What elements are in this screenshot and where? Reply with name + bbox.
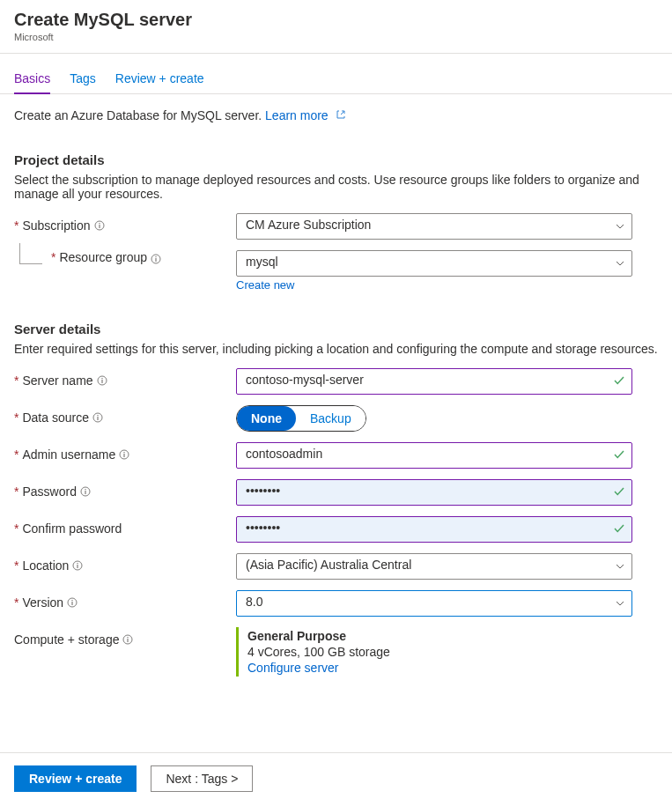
label-confirm-password: * Confirm password [14,516,236,536]
data-source-toggle: None Backup [236,405,366,432]
tab-review-create[interactable]: Review + create [115,66,204,94]
section-desc-server-details: Enter required settings for this server,… [14,342,658,356]
check-icon [613,374,625,389]
compute-tier: General Purpose [247,629,624,643]
info-icon[interactable] [67,597,78,608]
label-resource-group: * Resource group [14,250,236,264]
control-password: •••••••• [236,479,632,506]
row-location: * Location (Asia Pacific) Australia Cent… [14,553,658,580]
tab-basics[interactable]: Basics [14,66,50,94]
required-marker: * [14,447,18,462]
required-marker: * [14,410,18,425]
info-icon[interactable] [119,449,129,460]
intro-text: Create an Azure Database for MySQL serve… [14,94,658,122]
resource-group-select[interactable]: mysql [236,250,632,277]
svg-rect-22 [72,602,73,605]
data-source-backup-button[interactable]: Backup [296,406,366,431]
row-subscription: * Subscription CM Azure Subscription [14,213,658,240]
label-subscription: * Subscription [14,213,236,233]
info-icon[interactable] [80,486,91,497]
info-icon[interactable] [92,412,103,423]
external-link-icon [336,109,346,120]
svg-rect-19 [78,565,78,568]
check-icon [613,448,625,463]
svg-rect-25 [128,639,129,642]
footer-bar: Review + create Next : Tags > [0,752,672,806]
required-marker: * [14,218,18,233]
row-version: * Version 8.0 [14,590,658,617]
row-compute-storage: Compute + storage General Purpose 4 vCor… [14,627,658,677]
server-name-input[interactable]: contoso-mysql-server [236,368,632,395]
tree-connector [19,243,42,264]
row-data-source: * Data source None Backup [14,405,658,432]
label-password: * Password [14,479,236,499]
compute-details: 4 vCores, 100 GB storage [247,645,624,659]
svg-rect-5 [155,256,156,257]
svg-rect-16 [85,491,85,494]
admin-username-input[interactable]: contosoadmin [236,442,632,469]
control-location: (Asia Pacific) Australia Central [236,553,632,580]
control-data-source: None Backup [236,405,632,432]
configure-server-link[interactable]: Configure server [247,661,339,675]
main-content: Create an Azure Database for MySQL serve… [0,94,672,752]
label-compute-storage: Compute + storage [14,627,236,647]
intro-sentence: Create an Azure Database for MySQL serve… [14,108,265,122]
subscription-select[interactable]: CM Azure Subscription [236,213,632,240]
label-admin-username: * Admin username [14,442,236,462]
review-create-button[interactable]: Review + create [14,765,137,792]
compute-summary: General Purpose 4 vCores, 100 GB storage… [236,627,632,677]
svg-rect-10 [97,417,98,420]
page-header: Create MySQL server Microsoft [0,0,672,49]
password-input[interactable]: •••••••• [236,479,632,506]
section-heading-server-details: Server details [14,322,658,336]
svg-rect-20 [78,563,78,564]
row-server-name: * Server name contoso-mysql-server [14,368,658,395]
svg-rect-11 [97,415,98,416]
info-icon[interactable] [122,634,133,645]
data-source-none-button[interactable]: None [237,406,296,431]
row-admin-username: * Admin username contosoadmin [14,442,658,469]
svg-rect-26 [128,637,129,638]
svg-rect-23 [72,600,73,601]
svg-rect-4 [155,258,156,262]
control-compute-storage: General Purpose 4 vCores, 100 GB storage… [236,627,632,677]
next-tags-button[interactable]: Next : Tags > [151,765,253,792]
section-heading-project-details: Project details [14,152,658,167]
confirm-password-input[interactable]: •••••••• [236,516,632,543]
svg-rect-7 [101,380,102,383]
info-icon[interactable] [97,375,107,386]
control-resource-group: mysql Create new [236,250,632,292]
learn-more-link[interactable]: Learn more [265,108,345,122]
create-new-resource-group-link[interactable]: Create new [236,278,294,292]
info-icon[interactable] [94,220,105,231]
control-server-name: contoso-mysql-server [236,368,632,395]
required-marker: * [14,484,18,499]
publisher-name: Microsoft [14,32,658,42]
control-subscription: CM Azure Subscription [236,213,632,240]
required-marker: * [14,595,18,610]
required-marker: * [14,521,18,536]
svg-rect-2 [99,223,100,224]
tab-tags[interactable]: Tags [70,66,96,94]
info-icon[interactable] [151,254,161,264]
tab-bar: Basics Tags Review + create [0,54,672,94]
check-icon [613,522,625,537]
version-select[interactable]: 8.0 [236,590,632,617]
section-desc-project-details: Select the subscription to manage deploy… [14,173,658,201]
row-password: * Password •••••••• [14,479,658,506]
info-icon[interactable] [72,560,83,571]
control-admin-username: contosoadmin [236,442,632,469]
required-marker: * [51,250,55,264]
row-confirm-password: * Confirm password •••••••• [14,516,658,543]
required-marker: * [14,373,18,388]
location-select[interactable]: (Asia Pacific) Australia Central [236,553,632,580]
label-location: * Location [14,553,236,573]
page-title: Create MySQL server [14,9,658,30]
row-resource-group: * Resource group mysql Create new [14,250,658,292]
svg-rect-17 [85,489,85,490]
label-version: * Version [14,590,236,610]
required-marker: * [14,558,18,573]
check-icon [613,485,625,500]
label-data-source: * Data source [14,405,236,425]
control-version: 8.0 [236,590,632,617]
